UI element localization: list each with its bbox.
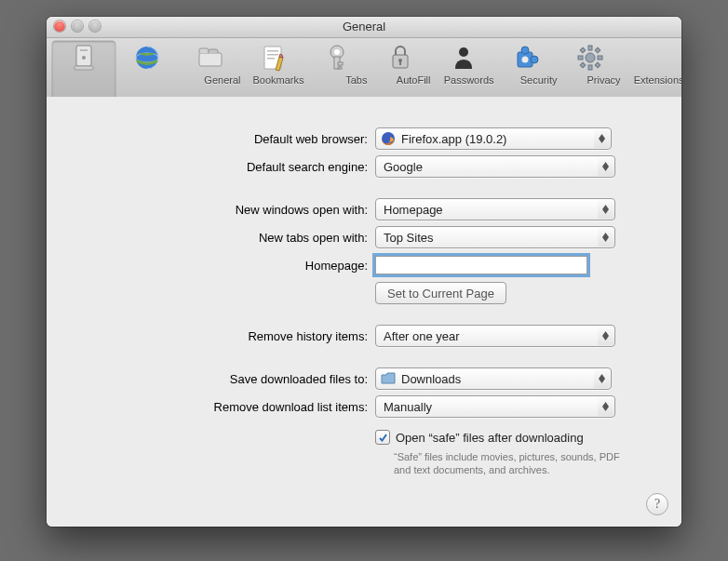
default-browser-value: Firefox.app (19.0.2) xyxy=(401,132,506,146)
titlebar: General xyxy=(47,17,681,38)
svg-rect-9 xyxy=(267,54,278,56)
toolbar-tab-autofill[interactable]: AutoFill xyxy=(242,41,305,100)
svg-point-2 xyxy=(82,56,86,60)
window-title: General xyxy=(47,17,681,37)
safe-files-help-text: “Safe” files include movies, pictures, s… xyxy=(394,450,636,476)
save-downloads-value: Downloads xyxy=(401,372,461,386)
default-browser-select[interactable]: Firefox.app (19.0.2) xyxy=(375,127,612,150)
svg-rect-28 xyxy=(598,56,602,60)
svg-point-22 xyxy=(531,56,538,63)
svg-rect-14 xyxy=(338,62,343,65)
svg-point-23 xyxy=(522,57,529,63)
new-windows-label: New windows open with: xyxy=(47,203,375,217)
bookmarks-icon xyxy=(132,43,162,73)
toolbar-tab-extensions[interactable]: Extensions xyxy=(495,41,559,100)
svg-rect-8 xyxy=(267,50,278,52)
zoom-window-button[interactable] xyxy=(89,20,101,32)
svg-rect-6 xyxy=(199,53,222,66)
help-button[interactable]: ? xyxy=(646,493,668,515)
firefox-icon xyxy=(380,130,397,147)
general-icon xyxy=(69,43,99,73)
minimize-window-button[interactable] xyxy=(72,20,83,32)
homepage-input[interactable] xyxy=(375,256,587,274)
svg-rect-30 xyxy=(595,47,600,53)
remove-downloads-value: Manually xyxy=(384,400,432,414)
svg-rect-31 xyxy=(580,62,586,68)
new-tabs-label: New tabs open with: xyxy=(47,231,375,245)
open-safe-files-checkbox[interactable]: Open “safe” files after downloading xyxy=(375,430,621,445)
svg-rect-25 xyxy=(588,46,592,50)
svg-point-24 xyxy=(586,53,595,62)
remove-downloads-select[interactable]: Manually xyxy=(375,395,615,418)
svg-rect-18 xyxy=(399,61,401,65)
svg-rect-32 xyxy=(595,62,600,68)
dropdown-arrows-icon xyxy=(598,200,613,219)
new-tabs-value: Top Sites xyxy=(384,231,433,245)
dropdown-arrows-icon xyxy=(598,157,613,176)
set-current-page-button[interactable]: Set to Current Page xyxy=(375,282,506,304)
svg-rect-1 xyxy=(80,49,88,51)
default-search-value: Google xyxy=(384,160,423,174)
svg-point-12 xyxy=(334,49,340,55)
default-search-label: Default search engine: xyxy=(47,160,375,174)
svg-point-21 xyxy=(521,47,529,54)
security-icon xyxy=(385,43,415,73)
dropdown-arrows-icon xyxy=(598,228,613,247)
extensions-icon xyxy=(512,43,542,73)
dropdown-arrows-icon xyxy=(598,397,613,416)
remove-downloads-label: Remove download list items: xyxy=(47,400,375,414)
svg-rect-29 xyxy=(580,47,586,53)
close-window-button[interactable] xyxy=(54,20,65,32)
svg-rect-27 xyxy=(578,56,583,60)
toolbar-tab-passwords[interactable]: Passwords xyxy=(305,41,369,100)
advanced-icon xyxy=(575,43,605,73)
remove-history-select[interactable]: After one year xyxy=(375,325,615,347)
default-search-select[interactable]: Google xyxy=(375,155,615,178)
dropdown-arrows-icon xyxy=(598,327,613,345)
tabs-icon xyxy=(195,43,225,73)
svg-rect-10 xyxy=(267,58,275,60)
preferences-window: General General Bookmarks Tabs AutoFill xyxy=(47,17,681,527)
toolbar-label: Advanced xyxy=(426,74,682,86)
window-controls xyxy=(54,20,101,32)
toolbar-tab-security[interactable]: Security xyxy=(369,41,432,100)
folder-icon xyxy=(380,370,397,387)
toolbar-tab-general[interactable]: General xyxy=(52,41,115,100)
homepage-label: Homepage: xyxy=(47,259,375,273)
save-downloads-label: Save downloaded files to: xyxy=(47,372,375,386)
passwords-icon xyxy=(322,43,352,73)
dropdown-arrows-icon xyxy=(594,369,610,388)
autofill-icon xyxy=(259,43,289,73)
dropdown-arrows-icon xyxy=(594,129,610,148)
preferences-body: Default web browser: Firefox.app (19.0.2… xyxy=(47,97,681,527)
svg-rect-15 xyxy=(338,67,342,69)
save-downloads-select[interactable]: Downloads xyxy=(375,367,612,390)
toolbar-tab-tabs[interactable]: Tabs xyxy=(179,41,242,100)
toolbar-tab-advanced[interactable]: Advanced xyxy=(559,41,622,100)
toolbar-tab-privacy[interactable]: Privacy xyxy=(432,41,495,100)
new-tabs-select[interactable]: Top Sites xyxy=(375,226,615,248)
checkbox-check-icon xyxy=(375,430,390,445)
svg-rect-3 xyxy=(74,66,93,70)
new-windows-select[interactable]: Homepage xyxy=(375,198,615,220)
default-browser-label: Default web browser: xyxy=(47,132,375,146)
svg-rect-26 xyxy=(588,65,592,70)
remove-history-label: Remove history items: xyxy=(47,329,375,343)
preferences-toolbar: General Bookmarks Tabs AutoFill Password… xyxy=(47,38,681,101)
open-safe-files-label: Open “safe” files after downloading xyxy=(396,431,584,445)
svg-point-19 xyxy=(459,47,468,57)
privacy-icon xyxy=(449,43,479,73)
remove-history-value: After one year xyxy=(384,329,460,343)
toolbar-tab-bookmarks[interactable]: Bookmarks xyxy=(115,41,179,100)
new-windows-value: Homepage xyxy=(384,203,443,217)
